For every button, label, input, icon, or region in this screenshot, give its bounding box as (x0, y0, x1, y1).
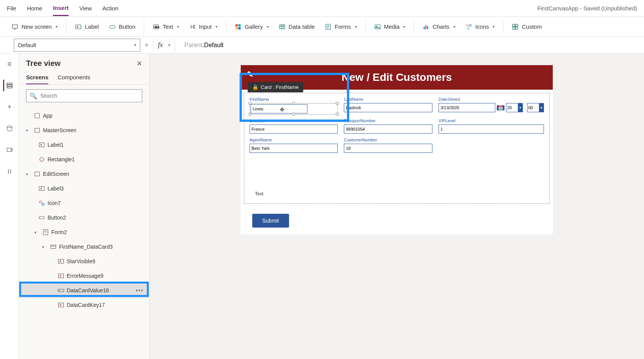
tree-node-errormessage[interactable]: ErrorMessage9 (19, 269, 149, 283)
tree-node-datacardvalue[interactable]: DataCardValue16 ••• (19, 283, 149, 298)
menu-file[interactable]: File (7, 1, 16, 15)
chevron-down-icon[interactable]: ▾ (34, 230, 40, 234)
tree-node-rectangle1[interactable]: Rectangle1 (19, 152, 149, 167)
menu-home[interactable]: Home (27, 1, 42, 15)
svg-point-35 (39, 201, 42, 203)
add-icon[interactable]: + (4, 101, 15, 113)
tree-node-form2[interactable]: ▾ Form2 (19, 225, 149, 239)
text-label-control[interactable]: Text (255, 191, 263, 197)
field-label: VIPLevel (439, 118, 544, 123)
tree-label: Label3 (48, 185, 64, 192)
new-screen-button[interactable]: New screen▾ (8, 21, 61, 33)
passport-input[interactable] (344, 125, 432, 134)
forms-button[interactable]: Forms▾ (322, 21, 360, 33)
label-button[interactable]: Label (72, 21, 102, 33)
tools-icon[interactable] (4, 166, 15, 177)
fx-icon[interactable]: fx (158, 41, 163, 49)
firstname-input[interactable] (251, 104, 307, 113)
top-menu: File Home Insert View Action FirstCanvas… (0, 0, 644, 17)
field-location[interactable]: Location (250, 118, 338, 134)
tree-node-datacardkey[interactable]: DataCardKey17 (19, 298, 149, 312)
search-icon: 🔍 (30, 92, 37, 100)
svg-rect-36 (42, 203, 44, 205)
label-text: Label (85, 23, 99, 30)
chevron-down-icon[interactable]: ▾ (26, 128, 31, 133)
chevron-down-icon[interactable]: ▾ (539, 103, 544, 112)
agent-input[interactable] (250, 144, 338, 153)
formula-parent: Parent (184, 42, 202, 48)
tree-label: Form2 (51, 229, 67, 235)
svg-rect-16 (426, 25, 427, 29)
menu-view[interactable]: View (79, 1, 92, 15)
tree-node-app[interactable]: App (19, 108, 149, 123)
close-icon[interactable]: ✕ (136, 59, 142, 68)
input-button[interactable]: Input▾ (186, 21, 220, 33)
chevron-down-icon[interactable]: ▾ (518, 103, 523, 112)
tree-node-masterscreen[interactable]: ▾ MasterScreen (19, 123, 149, 138)
tree-node-icon7[interactable]: Icon7 (19, 196, 149, 210)
vip-input[interactable] (439, 125, 544, 134)
svg-rect-22 (513, 27, 515, 29)
forms-icon (325, 23, 332, 30)
tree-node-label3[interactable]: Label3 (19, 181, 149, 196)
tree-label: DataCardValue16 (67, 287, 109, 293)
datatable-button[interactable]: Data table (276, 21, 318, 33)
field-firstname[interactable]: FirstName ✥ (250, 97, 338, 115)
svg-rect-8 (238, 24, 241, 26)
lastname-input[interactable] (344, 103, 432, 112)
minute-input[interactable] (527, 103, 539, 112)
custno-input[interactable] (344, 144, 432, 153)
field-viplevel[interactable]: VIPLevel (439, 118, 544, 134)
tree-node-label1[interactable]: Label1 (19, 138, 149, 152)
chevron-down-icon[interactable]: ▾ (26, 172, 31, 176)
tree-node-button2[interactable]: Button2 (19, 210, 149, 225)
formula-input[interactable]: Parent.Default (184, 41, 223, 49)
field-customernumber[interactable]: CustomerNumber (344, 138, 432, 153)
screen-title: New / Edit Customers (342, 71, 452, 84)
media-nav-icon[interactable] (4, 144, 15, 156)
calendar-icon[interactable]: 📅 (497, 105, 504, 110)
tree-node-datacard[interactable]: ▾ FirstName_DataCard3 (19, 239, 149, 254)
media-button[interactable]: Media▾ (371, 21, 409, 33)
form-icon (42, 229, 49, 236)
database-icon[interactable] (4, 123, 15, 134)
text-button[interactable]: Abc Text▾ (150, 21, 182, 33)
search-box[interactable]: 🔍 (26, 89, 142, 102)
edit-icon[interactable]: ✎ (247, 70, 253, 79)
date-input[interactable] (439, 103, 495, 112)
field-passport[interactable]: PassportNumber (344, 118, 432, 134)
more-icon[interactable]: ••• (136, 287, 144, 293)
search-input[interactable] (40, 93, 139, 99)
lock-icon: 🔒 (252, 84, 258, 90)
field-label: FirstName (250, 97, 338, 102)
rectangle-icon (38, 156, 45, 163)
tree-node-editscreen[interactable]: ▾ EditScreen (19, 167, 149, 181)
menu-insert[interactable]: Insert (53, 1, 69, 16)
tree-node-starvisible[interactable]: StarVisible9 (19, 254, 149, 269)
svg-rect-25 (7, 85, 12, 87)
hour-input[interactable] (506, 103, 518, 112)
field-agentname[interactable]: AgentName (250, 138, 338, 153)
location-input[interactable] (250, 125, 338, 134)
svg-rect-23 (516, 27, 518, 29)
treeview-icon[interactable] (3, 80, 15, 91)
gallery-button[interactable]: Gallery▾ (232, 21, 272, 33)
form-area[interactable]: FirstName ✥ LastName (244, 93, 550, 204)
icons-button[interactable]: Icons▾ (462, 21, 498, 33)
field-lastname[interactable]: LastName (344, 97, 432, 115)
charts-button[interactable]: Charts▾ (419, 21, 458, 33)
left-rail: ≡ + (0, 54, 19, 359)
menu-action[interactable]: Action (102, 1, 118, 15)
chevron-down-icon[interactable]: ▾ (42, 245, 48, 249)
submit-button[interactable]: Submit (252, 214, 289, 228)
custom-button[interactable]: Custom (509, 21, 545, 33)
gallery-icon (235, 23, 242, 30)
canvas[interactable]: ✎ New / Edit Customers 🔒 Card : FirstNam… (241, 65, 553, 234)
tab-components[interactable]: Components (58, 71, 90, 84)
button-button[interactable]: Button (106, 21, 138, 33)
tab-screens[interactable]: Screens (26, 71, 48, 84)
property-selector[interactable]: Default ▾ (14, 39, 140, 52)
field-datejoined[interactable]: DateJoined 📅 ▾ : ▾ (439, 97, 544, 115)
hamburger-icon[interactable]: ≡ (4, 58, 15, 70)
svg-rect-15 (424, 27, 425, 29)
